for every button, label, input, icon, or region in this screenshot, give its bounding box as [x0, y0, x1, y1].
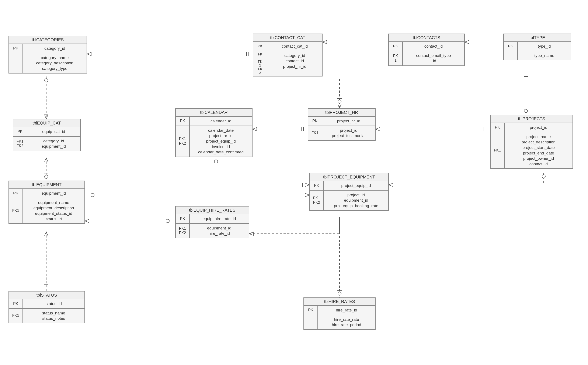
pk-field: equip_hire_rate_id	[190, 214, 249, 223]
pk-label: PK	[491, 123, 505, 132]
attr-key: FK1FK2	[310, 190, 324, 210]
entity-type: tblTYPE PK type_id type_name	[503, 34, 571, 60]
entity-project-equipment: tblPROJECT_EQUIPMENT PK project_equip_id…	[309, 173, 389, 211]
entity-contact-cat: tblCONTACT_CAT PK contact_cat_id FK1FK2F…	[253, 34, 323, 77]
svg-point-41	[338, 292, 341, 295]
attr-key	[504, 51, 518, 60]
pk-label: PK	[176, 214, 190, 223]
entity-projects: tblPROJECTS PK project_id FK1 project_na…	[490, 115, 573, 169]
pk-field: contact_id	[403, 42, 464, 51]
pk-field: project_hr_id	[322, 117, 375, 126]
attr-key	[304, 315, 318, 329]
pk-field: contact_cat_id	[267, 42, 322, 51]
entity-title: tblPROJECT_EQUIPMENT	[310, 173, 388, 181]
entity-categories: tblCATEGORIES PK category_id category_na…	[8, 36, 87, 74]
pk-field: calendar_id	[190, 117, 252, 126]
pk-label: PK	[389, 42, 403, 51]
entity-equip-cat: tblEQUIP_CAT PK equip_cat_id FK1FK2 cate…	[13, 119, 81, 151]
entity-title: tblCONTACTS	[389, 34, 464, 42]
pk-label: PK	[253, 42, 267, 51]
svg-point-31	[214, 160, 218, 163]
pk-label: PK	[9, 189, 23, 198]
svg-point-35	[91, 193, 94, 197]
entity-project-hr: tblPROJECT_HR PK project_hr_id FK1 proje…	[308, 108, 376, 141]
entity-title: tblPROJECT_HR	[308, 109, 375, 117]
attr-list: contact_email_type_id	[403, 51, 464, 65]
attr-key: FK1FK2	[176, 126, 190, 157]
attr-key: FK1	[308, 126, 322, 140]
attr-list: project_idproject_testimonial	[322, 126, 375, 140]
svg-point-18	[338, 100, 341, 103]
attr-list: category_idequipment_id	[27, 137, 80, 151]
attr-list: equipment_nameequipment_descriptionequip…	[23, 198, 84, 224]
entity-calendar: tblCALENDAR PK calendar_id FK1FK2 calend…	[175, 108, 252, 157]
entity-title: tblHIRE_RATES	[304, 298, 375, 306]
attr-key: FK1	[9, 309, 23, 323]
attr-list: status_namestatus_notes	[23, 309, 84, 323]
attr-key: FK1	[491, 132, 505, 168]
pk-label: PK	[504, 42, 518, 51]
entity-title: tblEQUIPMENT	[9, 181, 84, 189]
entity-title: tblTYPE	[504, 34, 571, 42]
entity-equipment: tblEQUIPMENT PK equipment_id FK1 equipme…	[8, 181, 85, 224]
entity-status: tblSTATUS PK status_id FK1 status_namest…	[8, 291, 85, 323]
entity-contacts: tblCONTACTS PK contact_id FK1 contact_em…	[388, 34, 465, 66]
attr-key: FK1FK2FK3	[253, 51, 267, 76]
pk-label: PK	[304, 306, 318, 315]
pk-label: PK	[308, 117, 322, 126]
attr-list: hire_rate_ratehire_rate_period	[318, 315, 375, 329]
pk-label: PK	[9, 44, 23, 53]
pk-field: type_id	[518, 42, 571, 51]
attr-list: project_nameproject_descriptionproject_s…	[505, 132, 573, 168]
attr-list: equipment_idhire_rate_id	[190, 224, 249, 238]
svg-point-43	[542, 175, 545, 178]
entity-title: tblEQUIP_HIRE_RATES	[176, 206, 249, 214]
entity-title: tblCONTACT_CAT	[253, 34, 322, 42]
attr-list: project_idequipment_idproj_equip_booking…	[324, 190, 388, 210]
pk-field: status_id	[23, 299, 84, 308]
attr-key: FK1	[389, 51, 403, 65]
entity-equip-hire-rates: tblEQUIP_HIRE_RATES PK equip_hire_rate_i…	[175, 206, 249, 238]
er-diagram-canvas: tblCATEGORIES PK category_id category_na…	[0, 0, 588, 365]
pk-field: project_equip_id	[324, 181, 388, 190]
entity-title: tblSTATUS	[9, 291, 84, 299]
entity-title: tblEQUIP_CAT	[13, 119, 80, 127]
attr-list: category_idcontact_idproject_hr_id	[267, 51, 322, 76]
svg-point-38	[166, 219, 169, 223]
attr-key: FK1FK2	[176, 224, 190, 238]
attr-key: FK1FK2	[13, 137, 27, 151]
attr-key: FK1	[9, 198, 23, 224]
pk-label: PK	[9, 299, 23, 308]
svg-point-28	[524, 109, 527, 112]
pk-field: project_id	[505, 123, 573, 132]
entity-title: tblCATEGORIES	[9, 36, 87, 44]
entity-hire-rates: tblHIRE_RATES PK hire_rate_id hire_rate_…	[304, 297, 376, 330]
svg-point-4	[45, 79, 48, 82]
attr-list: category_namecategory_descriptioncategor…	[23, 53, 87, 73]
pk-field: equip_cat_id	[27, 127, 80, 136]
pk-field: category_id	[23, 44, 87, 53]
pk-label: PK	[310, 181, 324, 190]
svg-point-7	[45, 175, 48, 178]
pk-label: PK	[13, 127, 27, 136]
attr-list: type_name	[518, 51, 571, 60]
entity-title: tblPROJECTS	[491, 115, 573, 123]
entity-title: tblCALENDAR	[176, 109, 252, 117]
pk-field: hire_rate_id	[318, 306, 375, 315]
attr-list: calendar_dateproject_hr_idproject_equip_…	[190, 126, 252, 157]
attr-key	[9, 53, 23, 73]
pk-label: PK	[176, 117, 190, 126]
pk-field: equipment_id	[23, 189, 84, 198]
